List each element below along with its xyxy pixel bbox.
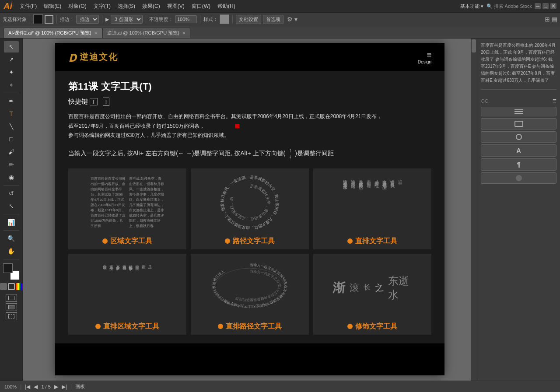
path-text-svg: 是非成败转头空，青山依旧在，几度夕阳红。白发渔樵江渚上，惯看秋月春风。一壶浊酒 … xyxy=(215,174,285,231)
lasso-tool[interactable]: ⌖ xyxy=(4,79,19,91)
basic-features-label: 基本功能 ▾ xyxy=(460,3,483,10)
rotate-tool[interactable]: ↺ xyxy=(4,188,19,199)
gradient-icon[interactable] xyxy=(16,283,23,290)
vertical-text-cell: 滚滚长江东逝水 浪花淘尽英雄 是非成败转头空 青山依旧在 几度夕阳红 白发渔樵江… xyxy=(313,168,431,249)
minimize-button[interactable]: ─ xyxy=(535,3,541,9)
draw-inside-icon[interactable] xyxy=(6,312,17,320)
graph-tool[interactable]: 📊 xyxy=(4,217,19,228)
logo-icon: ᴅ xyxy=(68,49,76,65)
canvas-scrollbar[interactable] xyxy=(471,38,477,381)
panel-collapse-btn[interactable]: ⬡⬡ xyxy=(481,98,489,103)
color-selector[interactable] xyxy=(3,263,20,280)
draw-mode-icons xyxy=(6,294,17,320)
brush-tool[interactable]: 🖌 xyxy=(4,146,19,158)
panel-circle2-btn[interactable] xyxy=(481,172,556,184)
panel-lines-btn[interactable] xyxy=(481,107,556,116)
decorative-text-name: 修饰文字工具 xyxy=(355,322,397,331)
decorative-text-label: 修饰文字工具 xyxy=(347,322,397,331)
vertical-path-name: 直排路径文字工具 xyxy=(226,322,282,331)
nav-prev[interactable]: ◀ xyxy=(34,384,38,390)
lesson-title: 第11课 文字工具(T) xyxy=(68,80,431,93)
pen-tool[interactable]: ✒ xyxy=(4,95,19,107)
stroke-label: 描边： xyxy=(60,16,74,23)
menu-select[interactable]: 选择(S) xyxy=(115,2,138,11)
tab-2-close[interactable]: ✕ xyxy=(182,31,186,35)
blob-brush-tool[interactable]: ◉ xyxy=(4,172,19,183)
nav-prev-prev[interactable]: |◀ xyxy=(25,384,30,390)
page-info: 1 / 5 xyxy=(41,384,50,389)
v-area-col8: 是 xyxy=(147,262,153,262)
foreground-color-box[interactable] xyxy=(3,263,13,273)
menu-text[interactable]: 文字(T) xyxy=(91,2,114,11)
pencil-tool[interactable]: ✏ xyxy=(4,159,19,170)
panel-options-btn[interactable]: ☰ xyxy=(553,98,556,103)
draw-behind-icon[interactable] xyxy=(6,303,17,311)
tab-1[interactable]: AI-课件2.ai* @ 100% (RGB/GPU 预览) ✕ xyxy=(4,28,102,38)
panel-paragraph-btn[interactable]: ¶ xyxy=(481,158,556,171)
fill-color-swatch[interactable] xyxy=(33,14,43,24)
direct-select-tool[interactable]: ↗ xyxy=(4,54,19,65)
select-tool[interactable]: ↖ xyxy=(4,41,19,52)
nav-next[interactable]: ▶ xyxy=(54,384,58,390)
type-tool[interactable]: T xyxy=(4,108,19,119)
vertical-area-name: 直排区域文字工具 xyxy=(103,322,159,331)
vertical-col3: 是非成败转头空 xyxy=(357,176,364,182)
tab-2[interactable]: 逆迪.ai @ 100% (RGB/GPU 预览) ✕ xyxy=(102,28,190,38)
search-stock-label: 🔍 搜索 Adobe Stock xyxy=(486,3,532,10)
menu-effect[interactable]: 效果(C) xyxy=(139,2,163,11)
opacity-input[interactable] xyxy=(175,15,197,23)
fill-icon[interactable] xyxy=(0,283,7,290)
preferences-button[interactable]: 首选项 xyxy=(263,15,284,24)
right-panel-text: 百度百科是百度公司推出的 2006年4月20日上线，正式 年9月，百度百科已经收… xyxy=(481,42,556,84)
tool-separator-1 xyxy=(4,93,19,93)
instruction-text: 当输入一段文字之后, 按Alt+ 左右方向键(← →)是调整字间距, 按Alt+… xyxy=(68,147,431,160)
area-text-content: 百度百科是百度公司推出的一部内容开放、自由的网络百科全书平台，其测试版于2006… xyxy=(91,176,164,229)
scale-tool[interactable]: ⤡ xyxy=(4,200,19,212)
toolbar-separator-3 xyxy=(102,15,102,24)
vertical-col6: 白发渔樵江渚上 xyxy=(381,176,387,182)
toolbar-right: ⊞ ▤ xyxy=(545,16,557,23)
rect-tool[interactable]: □ xyxy=(4,133,19,145)
tools-grid-row2: 白雄发 江发几度夕 古今多少事 依旧看秋月 非成败转头空 浪花淘尽英 旧在 是 xyxy=(68,254,431,335)
menu-edit[interactable]: 编辑(E) xyxy=(41,2,64,11)
tool-separator-3 xyxy=(4,214,19,214)
menu-view[interactable]: 视图(V) xyxy=(164,2,188,11)
app-icon: Ai xyxy=(4,1,12,11)
decorative-text-demo: 渐 滚 长 之 东逝水 xyxy=(329,257,416,318)
magic-wand-tool[interactable]: ✦ xyxy=(4,66,19,78)
close-button[interactable]: ✕ xyxy=(550,3,556,9)
status-sep1: | xyxy=(20,384,21,390)
canvas-scroll-thumb[interactable] xyxy=(472,39,476,52)
point-shape-select[interactable]: 3 点圆形 xyxy=(111,15,143,24)
area-text-column1: 百度百科是百度公司推出的一部内容开放、自由的网络百科全书平台，其测试版于2006… xyxy=(91,176,126,229)
panel-circle-btn[interactable] xyxy=(481,131,556,143)
style-swatch[interactable] xyxy=(220,14,229,24)
tab-1-close[interactable]: ✕ xyxy=(94,31,98,35)
zoom-level[interactable]: 100% xyxy=(4,384,17,389)
v-area-col7: 旧在 xyxy=(141,262,146,262)
maximize-button[interactable]: □ xyxy=(542,3,549,9)
menu-file[interactable]: 文件(F) xyxy=(17,2,40,11)
nav-next-next[interactable]: ▶| xyxy=(62,384,67,390)
draw-normal-icon[interactable] xyxy=(6,294,17,302)
stroke-style-select[interactable]: 描边 xyxy=(76,15,99,24)
menu-object[interactable]: 对象(O) xyxy=(65,2,89,11)
stroke-color-swatch[interactable] xyxy=(45,15,53,24)
vertical-text-demo: 滚滚长江东逝水 浪花淘尽英雄 是非成败转头空 青山依旧在 几度夕阳红 白发渔樵江… xyxy=(329,172,416,233)
shortcut-key: T xyxy=(90,98,98,105)
zoom-tool[interactable]: 🔍 xyxy=(4,233,19,244)
stroke-icon[interactable] xyxy=(8,283,15,290)
hand-tool[interactable]: ✋ xyxy=(4,245,19,257)
opacity-label: 不透明度： xyxy=(149,16,173,23)
panel-rect-btn[interactable] xyxy=(481,118,556,130)
doc-settings-button[interactable]: 文档设置 xyxy=(236,15,261,24)
menu-window[interactable]: 窗口(W) xyxy=(189,2,214,11)
tools-grid-row1: 百度百科是百度公司推出的一部内容开放、自由的网络百科全书平台，其测试版于2006… xyxy=(68,168,431,249)
menu-help[interactable]: 帮助(H) xyxy=(214,2,238,11)
deco-char3: 长 xyxy=(364,283,371,292)
logo: ᴅ 逆迪文化 xyxy=(68,49,118,65)
v-area-col1: 白雄发 xyxy=(102,262,108,263)
panel-text-a-btn[interactable]: A xyxy=(481,144,556,157)
line-tool[interactable]: ╲ xyxy=(4,121,19,132)
v-area-col4: 依旧看秋月 xyxy=(122,262,127,264)
